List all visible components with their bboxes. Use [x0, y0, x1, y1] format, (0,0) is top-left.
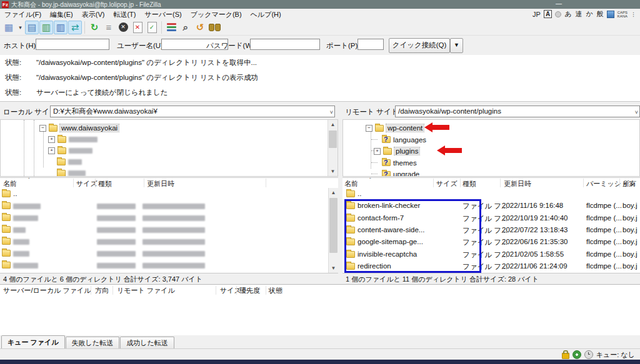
expand-icon[interactable]: + — [374, 148, 381, 155]
toggle-message-log-icon[interactable]: ▤ — [25, 21, 39, 34]
scroll-up-icon[interactable]: ▲ — [328, 120, 338, 129]
column-separator[interactable] — [216, 286, 216, 295]
scroll-up-icon[interactable]: ▲ — [329, 188, 338, 197]
column-separator[interactable] — [619, 179, 620, 187]
file-row-redacted-1[interactable] — [0, 200, 338, 212]
scroll-down-icon[interactable]: ▼ — [329, 263, 338, 273]
column-separator[interactable] — [583, 179, 584, 187]
column-separator[interactable] — [73, 179, 74, 187]
queue-column-header-4[interactable]: 優先度 — [239, 286, 260, 295]
reconnect-icon[interactable]: ✓ — [145, 21, 159, 34]
column-header-2[interactable]: 種類 — [98, 179, 112, 189]
cancel-icon[interactable]: ✕ — [116, 21, 130, 34]
queue-column-header-5[interactable]: 状態 — [269, 286, 282, 295]
file-row-redacted-6[interactable] — [0, 259, 338, 271]
menu-item-3[interactable]: 転送(T) — [109, 9, 140, 19]
quickconnect-dropdown-icon[interactable]: ▼ — [450, 38, 463, 53]
queue-column-header-3[interactable]: サイズ — [220, 286, 241, 295]
file-row-redacted-4[interactable] — [0, 235, 338, 247]
menu-item-5[interactable]: ブックマーク(B) — [186, 9, 246, 19]
scroll-thumb[interactable] — [329, 130, 337, 148]
file-row-..[interactable]: .. — [342, 188, 640, 200]
tree-item-redacted-0[interactable]: + — [48, 134, 98, 145]
column-separator[interactable] — [266, 286, 266, 295]
quickconnect-button[interactable]: クイック接続(Q) — [389, 38, 450, 53]
column-separator[interactable] — [112, 286, 113, 295]
tree-item-redacted-1[interactable]: + — [48, 145, 92, 156]
menu-item-4[interactable]: サーバー(S) — [140, 9, 186, 19]
tree-item-wp-content[interactable]: −wp-content — [366, 122, 424, 134]
ime-kana-item-2[interactable]: か — [586, 9, 592, 19]
tree-item-upgrade[interactable]: ?upgrade — [382, 169, 419, 177]
toggle-transfer-queue-icon[interactable]: ⇄ — [68, 21, 82, 34]
ime-options-icon[interactable]: ⋮ — [631, 11, 636, 17]
synchronized-browsing-icon[interactable]: ↺ — [193, 21, 207, 34]
queue-column-header-0[interactable]: サーバー/ローカル ファイル — [3, 286, 91, 295]
file-row-redirection[interactable]: redirectionファイル フ...2022/11/06 21:24:09f… — [342, 260, 640, 272]
menu-item-0[interactable]: ファイル(F) — [0, 9, 46, 19]
chevron-down-icon[interactable]: ˅ — [330, 107, 333, 117]
file-row-redacted-5[interactable] — [0, 247, 338, 259]
site-manager-icon[interactable]: ▦ — [2, 21, 16, 34]
file-row-content-aware-side...[interactable]: content-aware-side...ファイル フ...2022/07/22… — [342, 224, 640, 236]
menu-item-1[interactable]: 編集(E) — [46, 9, 78, 19]
tree-item-redacted-3[interactable] — [57, 167, 86, 177]
column-separator[interactable] — [91, 286, 91, 295]
file-row-broken-link-checker[interactable]: broken-link-checkerファイル フ...2022/11/16 9… — [342, 200, 640, 212]
port-input[interactable] — [358, 39, 384, 50]
column-header-0[interactable]: 名前 — [3, 179, 17, 189]
pane-splitter[interactable] — [338, 102, 342, 284]
column-header-0[interactable]: 名前 — [344, 179, 358, 189]
file-row-redacted-3[interactable] — [0, 224, 338, 235]
host-input[interactable] — [36, 39, 109, 50]
column-header-1[interactable]: サイズ — [436, 179, 458, 189]
menu-item-2[interactable]: 表示(V) — [78, 9, 109, 19]
collapse-icon[interactable]: − — [39, 125, 46, 132]
column-separator[interactable] — [236, 286, 237, 295]
column-header-1[interactable]: サイズ — [76, 179, 98, 189]
tree-item-themes[interactable]: ?themes — [382, 157, 417, 169]
ime-kana-item-1[interactable]: 連 — [575, 9, 582, 19]
column-separator[interactable] — [95, 179, 96, 187]
menu-item-6[interactable]: ヘルプ(H) — [246, 9, 286, 19]
local-list-scrollbar[interactable]: ▲▼ — [328, 188, 338, 273]
tab-失敗した転送[interactable]: 失敗した転送 — [66, 337, 120, 348]
tab-成功した転送[interactable]: 成功した転送 — [120, 337, 174, 348]
file-row-redacted-2[interactable] — [0, 212, 338, 224]
collapse-icon[interactable]: − — [366, 125, 372, 132]
filename-filter-icon[interactable]: ⌕ — [179, 21, 192, 34]
column-header-5[interactable]: 所有 — [622, 179, 636, 189]
find-files-icon[interactable] — [208, 21, 221, 34]
ime-toolbar-icon[interactable] — [607, 11, 614, 18]
scroll-down-icon[interactable]: ▼ — [328, 167, 338, 176]
column-separator[interactable] — [144, 179, 144, 187]
column-header-3[interactable]: 更新日時 — [504, 179, 531, 189]
toggle-remote-tree-icon[interactable]: ▥ — [54, 21, 68, 34]
expand-icon[interactable]: + — [48, 136, 55, 143]
tab-キュー ファイル[interactable]: キュー ファイル — [1, 335, 65, 348]
directory-comparison-icon[interactable] — [164, 21, 178, 34]
tree-item-languages[interactable]: ?languages — [382, 134, 426, 145]
chevron-down-icon[interactable]: ˅ — [635, 107, 638, 117]
file-row-invisible-recaptcha[interactable]: invisible-recaptchaファイル フ...2021/02/05 1… — [342, 248, 640, 260]
lock-icon[interactable] — [562, 353, 569, 359]
process-queue-icon[interactable]: ≡ — [102, 21, 116, 34]
ime-kana-item-0[interactable]: あ — [564, 9, 571, 19]
column-separator[interactable] — [500, 179, 501, 187]
password-input[interactable] — [250, 39, 320, 50]
toggle-local-tree-icon[interactable]: ▥ — [39, 21, 53, 34]
scroll-thumb[interactable] — [329, 198, 338, 253]
column-separator[interactable] — [460, 179, 461, 187]
gear-icon[interactable] — [572, 350, 581, 359]
column-header-3[interactable]: 更新日時 — [147, 179, 174, 189]
minimize-button[interactable]: — — [551, 0, 566, 8]
file-row-..[interactable]: .. — [0, 188, 338, 200]
ime-input-mode-icon[interactable]: A — [544, 10, 552, 18]
tree-item-www-daiwasyokai[interactable]: −www.daiwasyokai — [39, 122, 119, 134]
clock-icon[interactable] — [584, 350, 593, 359]
column-separator[interactable] — [433, 179, 434, 187]
column-header-2[interactable]: 種類 — [462, 179, 476, 189]
site-manager-dropdown-icon[interactable]: ▾ — [16, 21, 24, 34]
disconnect-icon[interactable]: ✕ — [131, 21, 144, 34]
ime-kana-item-3[interactable]: 般 — [597, 9, 604, 19]
